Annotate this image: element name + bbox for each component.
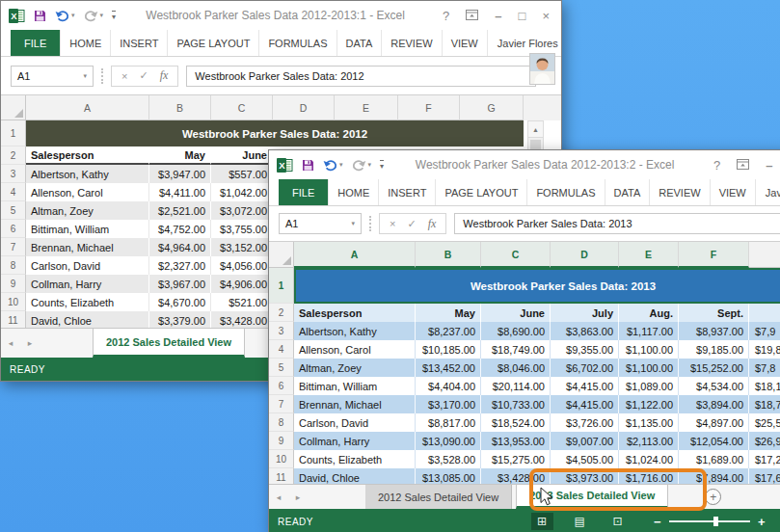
merged-title-cell[interactable]: Westbrook Parker Sales Data: 2012 <box>26 120 524 146</box>
insert-function-icon[interactable]: fx <box>428 217 437 231</box>
cell[interactable]: $4,897.00 <box>679 413 749 432</box>
new-sheet-icon[interactable]: + <box>705 489 721 505</box>
enter-button[interactable]: ✓ <box>139 69 148 82</box>
header-cell[interactable]: May <box>416 304 481 322</box>
name-box-dropdown-icon[interactable]: ▾ <box>83 72 87 80</box>
maximize-icon[interactable]: □ <box>519 10 526 22</box>
cell[interactable]: $2,521.00 <box>149 201 211 220</box>
cell[interactable]: $2,113.00 <box>619 432 679 450</box>
zoom-out-icon[interactable]: − <box>654 516 661 528</box>
ribbon-tab-data[interactable]: DATA <box>336 30 382 56</box>
titlebar[interactable]: X ▾ ▾ ▾ Westbrook Parker Sales Data 2012… <box>1 1 561 30</box>
row-header-7[interactable]: 7 <box>269 395 294 413</box>
cell[interactable]: $8,937.00 <box>679 322 749 340</box>
column-header-g[interactable]: G <box>460 95 524 120</box>
row-header-2[interactable]: 2 <box>1 146 26 165</box>
ribbon-display-options-icon[interactable] <box>466 10 478 22</box>
cell[interactable]: $8,046.00 <box>481 359 551 377</box>
cell[interactable]: $13,953.00 <box>481 432 551 450</box>
sheet-nav-left-icon[interactable]: ◂ <box>269 485 288 509</box>
cell[interactable]: $3,947.00 <box>149 165 211 183</box>
row-header-4[interactable]: 4 <box>1 183 26 201</box>
ribbon-tab-file[interactable]: FILE <box>279 179 328 205</box>
scroll-up-icon[interactable]: ▲ <box>528 121 543 138</box>
row-header-1[interactable]: 1 <box>269 268 294 304</box>
zoom-track[interactable] <box>669 520 750 522</box>
ribbon-tab-insert[interactable]: INSERT <box>378 179 435 205</box>
cell[interactable]: $3,072.00 <box>211 201 273 220</box>
column-header-c[interactable]: C <box>481 242 551 268</box>
column-header-b[interactable]: B <box>149 95 211 120</box>
row-header-5[interactable]: 5 <box>1 201 26 220</box>
cell[interactable]: $17,6 <box>749 468 780 484</box>
cell[interactable]: $26,9 <box>749 432 780 450</box>
cell[interactable]: $1,689.00 <box>679 450 749 468</box>
cell[interactable]: $3,428.00 <box>211 311 273 328</box>
cell[interactable]: $18,1 <box>749 377 780 395</box>
row-header-11[interactable]: 11 <box>1 311 26 328</box>
name-box-dropdown-icon[interactable]: ▾ <box>351 220 355 227</box>
enter-button[interactable]: ✓ <box>407 218 416 230</box>
column-header-f[interactable]: F <box>398 95 460 120</box>
undo-icon[interactable]: ▾ <box>323 159 343 172</box>
ribbon-tab-insert[interactable]: INSERT <box>110 30 167 56</box>
ribbon-tab-review[interactable]: REVIEW <box>649 179 709 205</box>
cell[interactable]: Allenson, Carol <box>294 340 416 359</box>
sheet-nav-right-icon[interactable]: ▸ <box>20 329 40 358</box>
cell[interactable]: Counts, Elizabeth <box>294 450 416 468</box>
row-header-1[interactable]: 1 <box>1 120 26 146</box>
row-header-9[interactable]: 9 <box>1 275 26 293</box>
cell[interactable]: Altman, Zoey <box>26 201 149 220</box>
avatar[interactable] <box>529 53 555 85</box>
cell[interactable]: $3,379.00 <box>149 311 211 328</box>
cell[interactable]: David, Chloe <box>26 311 149 328</box>
ribbon-tab-view[interactable]: VIEW <box>710 179 755 205</box>
cell[interactable]: Collman, Harry <box>26 275 149 293</box>
redo-icon[interactable]: ▾ <box>84 10 104 22</box>
column-header-f[interactable]: F <box>679 242 749 268</box>
merged-title-cell[interactable]: Westbrook Parker Sales Data: 2013 <box>294 268 780 304</box>
cell[interactable]: $10,185.00 <box>416 340 481 359</box>
save-icon[interactable] <box>34 10 46 22</box>
cell[interactable]: $7,894.00 <box>679 468 749 484</box>
page-layout-view-icon[interactable]: ▤ <box>569 513 592 530</box>
cell[interactable]: $4,505.00 <box>551 450 619 468</box>
cell[interactable]: $1,122.00 <box>619 395 679 413</box>
name-box[interactable]: A1▾ <box>279 213 362 234</box>
cell[interactable]: $3,894.00 <box>679 395 749 413</box>
row-header-10[interactable]: 10 <box>269 450 294 468</box>
column-header-g[interactable] <box>749 242 780 268</box>
cell[interactable]: $10,733.00 <box>481 395 551 413</box>
header-cell[interactable]: June <box>481 304 551 322</box>
cell[interactable]: $7,9 <box>749 322 780 340</box>
cell[interactable]: Brennan, Michael <box>26 238 149 256</box>
cell[interactable]: $4,415.00 <box>551 395 619 413</box>
cell[interactable]: $1,089.00 <box>619 377 679 395</box>
sheet-nav-left-icon[interactable]: ◂ <box>1 329 20 358</box>
sheet-nav-right-icon[interactable]: ▸ <box>288 485 308 509</box>
ribbon-tab-file[interactable]: FILE <box>11 30 60 56</box>
ribbon-tab-page-layout[interactable]: PAGE LAYOUT <box>167 30 258 56</box>
cell[interactable]: $19,8 <box>749 340 780 359</box>
cell[interactable]: $12,054.00 <box>679 432 749 450</box>
formula-input[interactable]: Westbrook Parker Sales Data: 2012 <box>186 66 536 87</box>
cell[interactable]: $4,056.00 <box>211 256 273 275</box>
cell[interactable]: $3,973.00 <box>551 468 619 484</box>
cell[interactable]: $15,252.00 <box>679 359 749 377</box>
row-header-5[interactable]: 5 <box>269 359 294 377</box>
sheet-tab-2013[interactable]: 2013 Sales Detailed View <box>516 485 668 509</box>
row-header-10[interactable]: 10 <box>1 293 26 311</box>
cell[interactable]: $17,2 <box>749 450 780 468</box>
cell[interactable]: $4,964.00 <box>149 238 211 256</box>
page-break-view-icon[interactable]: ⊡ <box>606 513 629 530</box>
row-header-3[interactable]: 3 <box>269 322 294 340</box>
cell[interactable]: $18,524.00 <box>481 413 551 432</box>
column-header-a[interactable]: A <box>26 95 149 120</box>
zoom-in-icon[interactable]: + <box>758 516 766 528</box>
ribbon-tab-review[interactable]: REVIEW <box>381 30 441 56</box>
header-cell[interactable]: Salesperson <box>26 146 149 165</box>
header-cell[interactable]: Salesperson <box>294 304 416 322</box>
cell[interactable]: $1,100.00 <box>619 359 679 377</box>
cell[interactable]: $13,452.00 <box>416 359 481 377</box>
minimize-icon[interactable]: – <box>495 10 501 22</box>
